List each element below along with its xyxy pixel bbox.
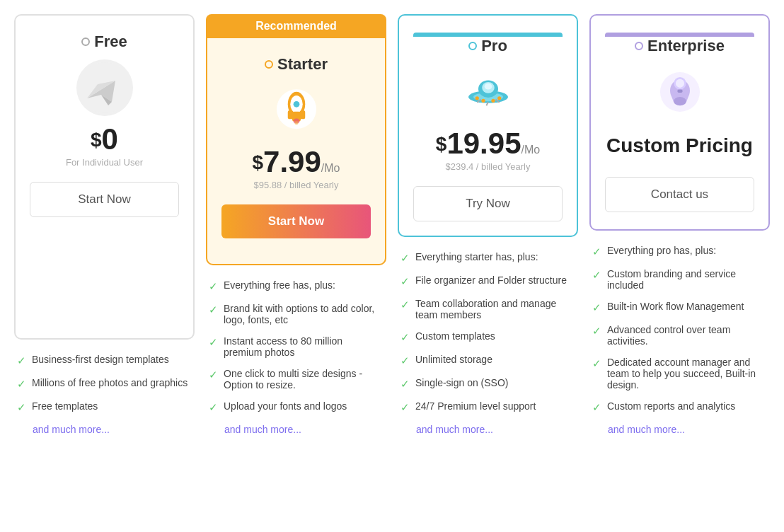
price-dollar: $ (253, 153, 264, 173)
title-dot-icon (81, 37, 90, 46)
check-icon: ✓ (400, 401, 410, 414)
list-item: ✓ Custom templates (400, 330, 575, 344)
check-icon: ✓ (17, 378, 26, 391)
feature-text: Upload your fonts and logos (224, 400, 347, 412)
feature-text: Built-in Work flow Management (607, 301, 744, 312)
more-link[interactable]: and much more... (224, 424, 384, 435)
check-icon: ✓ (592, 245, 601, 258)
feature-text: Team collaboration and manage team membe… (415, 298, 575, 320)
list-item: ✓ Unlimited storage (400, 354, 575, 367)
plan-price: $0 (30, 125, 179, 154)
feature-text: Custom reports and analytics (607, 400, 735, 412)
title-dot-icon (265, 60, 273, 69)
plan-cta-button[interactable]: Start Now (221, 204, 371, 238)
price-dollar: $ (91, 130, 102, 150)
list-item: ✓ Dedicated account manager and team to … (592, 357, 767, 391)
more-link[interactable]: and much more... (608, 424, 767, 435)
feature-header: ✓ Business-first design templates (17, 354, 192, 367)
check-icon: ✓ (400, 331, 410, 344)
more-link[interactable]: and much more... (416, 424, 575, 435)
svg-rect-8 (300, 110, 305, 119)
svg-point-20 (491, 99, 495, 103)
features-list: ✓ Everything starter has, plus: ✓ File o… (398, 251, 578, 435)
plan-icon-plane (76, 59, 133, 116)
plan-cta-button[interactable]: Contact us (605, 177, 754, 212)
check-icon: ✓ (592, 301, 601, 314)
list-item: ✓ One click to multi size designs - Opti… (209, 368, 384, 391)
features-list: ✓ Business-first design templates ✓ Mill… (14, 354, 195, 435)
svg-rect-7 (287, 110, 292, 119)
list-item: ✓ Brand kit with options to add color, l… (209, 303, 384, 325)
feature-text: Unlimited storage (415, 354, 492, 365)
price-per-mo: /Mo (321, 162, 340, 174)
plan-card: Starter $7.99/Mo $95.88 / billed Yearly … (206, 38, 386, 265)
list-item: ✓ Custom branding and service included (592, 268, 767, 291)
feature-text: Custom branding and service included (607, 268, 767, 291)
plan-pro: Pro $19.95/Mo $239.4 / billed Yearly Try… (398, 14, 578, 435)
list-item: ✓ Custom reports and analytics (592, 400, 767, 414)
feature-text: Everything pro has, plus: (607, 245, 716, 256)
feature-text: Custom templates (415, 330, 495, 342)
feature-header: ✓ Everything starter has, plus: (400, 251, 575, 265)
more-link[interactable]: and much more... (33, 424, 192, 435)
plan-title: Enterprise (605, 37, 754, 55)
check-icon: ✓ (400, 378, 410, 391)
feature-text: Millions of free photos and graphics (32, 377, 188, 388)
feature-text: Dedicated account manager and team to he… (607, 357, 767, 391)
price-billed: $239.4 / billed Yearly (413, 161, 563, 172)
plan-cta-button[interactable]: Try Now (413, 186, 563, 221)
list-item: ✓ Single-sign on (SSO) (400, 377, 575, 391)
plan-enterprise: Enterprise Custom Pricing Contact us ✓ E… (589, 14, 770, 435)
plan-starter: Recommended Starter $7.99/Mo $95.88 / bi… (206, 14, 386, 435)
plan-price: $7.99/Mo (221, 147, 371, 177)
feature-text: Everything free has, plus: (224, 279, 335, 291)
svg-rect-32 (677, 90, 682, 93)
features-list: ✓ Everything free has, plus: ✓ Brand kit… (206, 279, 386, 435)
feature-text: Everything starter has, plus: (415, 251, 538, 262)
feature-text: Instant access to 80 million premium pho… (224, 335, 384, 358)
price-billed: $95.88 / billed Yearly (221, 180, 371, 190)
svg-point-12 (294, 121, 298, 125)
plan-title: Pro (413, 37, 563, 55)
check-icon: ✓ (400, 354, 410, 367)
list-item: ✓ Millions of free photos and graphics (17, 377, 192, 391)
check-icon: ✓ (592, 401, 601, 414)
list-item: ✓ Upload your fonts and logos (209, 400, 384, 414)
title-dot-icon (635, 42, 643, 50)
price-per-mo: /Mo (521, 144, 541, 156)
price-billed: For Individual User (30, 157, 179, 168)
svg-point-19 (481, 99, 485, 103)
list-item: ✓ Advanced control over team activities. (592, 324, 767, 347)
feature-text: Free templates (32, 400, 98, 412)
check-icon: ✓ (209, 336, 218, 349)
feature-text: Business-first design templates (32, 354, 169, 365)
plan-title: Free (30, 33, 179, 51)
check-icon: ✓ (400, 252, 410, 265)
list-item: ✓ Team collaboration and manage team mem… (400, 298, 575, 320)
check-icon: ✓ (209, 369, 218, 381)
feature-text: One click to multi size designs - Option… (224, 368, 384, 391)
feature-header: ✓ Everything free has, plus: (209, 279, 384, 293)
feature-text: File organizer and Folder structure (415, 274, 567, 286)
plan-icon-rocket (268, 82, 325, 139)
check-icon: ✓ (592, 269, 601, 282)
check-icon: ✓ (17, 401, 26, 414)
svg-point-10 (293, 101, 299, 108)
plan-free: Free $0 For Individual User Start Now ✓ … (14, 14, 195, 435)
svg-point-17 (484, 83, 492, 90)
check-icon: ✓ (400, 275, 410, 288)
check-icon: ✓ (209, 303, 218, 316)
check-icon: ✓ (592, 325, 601, 337)
feature-text: Advanced control over team activities. (607, 324, 767, 347)
plan-card: Enterprise Custom Pricing Contact us (589, 14, 770, 231)
plan-cta-button[interactable]: Start Now (30, 182, 179, 217)
title-dot-icon (468, 42, 477, 50)
list-item: ✓ Free templates (17, 400, 192, 414)
svg-point-21 (497, 96, 501, 100)
feature-text: Single-sign on (SSO) (415, 377, 509, 388)
plan-icon-ufo (460, 64, 517, 120)
check-icon: ✓ (209, 280, 218, 293)
check-icon: ✓ (592, 357, 601, 370)
list-item: ✓ Built-in Work flow Management (592, 301, 767, 314)
svg-point-31 (674, 97, 686, 105)
